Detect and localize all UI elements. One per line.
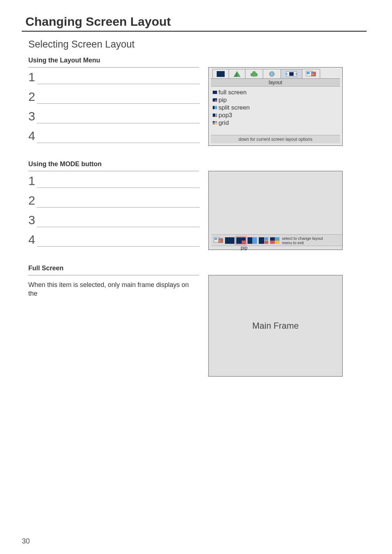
svg-rect-41 xyxy=(265,241,268,244)
step-number: 2 xyxy=(28,193,39,208)
block2-heading: Using the MODE button xyxy=(28,160,367,168)
tab-layout-icon[interactable] xyxy=(281,69,302,78)
menu-label: pop3 xyxy=(219,112,232,119)
svg-rect-13 xyxy=(307,72,310,74)
menu-label: split screen xyxy=(219,104,250,111)
step-number: 2 xyxy=(28,90,39,104)
pop3-icon xyxy=(212,113,217,118)
mode-hint1: select to change layout xyxy=(282,236,323,241)
menu-item-pop3[interactable]: pop3 xyxy=(212,112,339,119)
osd-hint: down for current screen layout options xyxy=(211,135,340,143)
page-number: 30 xyxy=(22,537,30,545)
list-item: 2 xyxy=(28,188,200,208)
step-number: 3 xyxy=(28,109,39,123)
list-item: 2 xyxy=(28,84,200,104)
block2-steps: 1 2 3 4 xyxy=(22,173,200,247)
mode-hint2: menu to exit xyxy=(282,241,323,245)
split-icon xyxy=(212,106,217,110)
block3-heading: Full Screen xyxy=(28,264,367,272)
mode-bar: select to change layout menu to exit pip xyxy=(212,234,342,246)
mode-thumb-pip[interactable] xyxy=(236,237,246,245)
page-title: Changing Screen Layout xyxy=(25,15,367,29)
mode-osd-panel: select to change layout menu to exit pip xyxy=(208,171,343,250)
svg-rect-32 xyxy=(219,239,221,240)
svg-rect-26 xyxy=(215,121,217,123)
list-item: 1 xyxy=(28,173,200,188)
section-title: Selecting Screen Layout xyxy=(28,39,367,50)
svg-rect-30 xyxy=(215,238,217,240)
step-number: 1 xyxy=(28,70,39,84)
osd-menu: full screen pip xyxy=(209,87,342,135)
mode-thumb-fullscreen[interactable] xyxy=(224,237,235,245)
osd-title: layout xyxy=(211,78,340,87)
block1-rule xyxy=(28,67,199,67)
svg-rect-24 xyxy=(216,115,217,117)
svg-rect-37 xyxy=(248,237,252,244)
svg-rect-0 xyxy=(217,71,225,77)
tab-clubs-icon[interactable] xyxy=(245,69,263,78)
list-item: 4 xyxy=(28,227,200,247)
step-number: 3 xyxy=(28,213,39,227)
list-item: 3 xyxy=(28,208,200,227)
svg-rect-28 xyxy=(215,123,217,124)
step-number: 4 xyxy=(28,129,39,143)
mode-thumb-layout-icon[interactable] xyxy=(213,237,224,245)
svg-rect-38 xyxy=(252,237,257,244)
menu-item-grid[interactable]: grid xyxy=(212,119,339,127)
list-item: 4 xyxy=(28,123,200,143)
mode-thumb-split[interactable] xyxy=(247,237,258,245)
svg-rect-15 xyxy=(312,73,314,74)
main-frame-label: Main Frame xyxy=(252,321,299,331)
svg-rect-45 xyxy=(275,241,279,244)
svg-rect-23 xyxy=(216,114,217,115)
svg-rect-34 xyxy=(225,237,234,244)
block3-text: When this item is selected, only main fr… xyxy=(28,280,195,298)
fullscreen-icon xyxy=(212,90,217,95)
svg-point-5 xyxy=(252,71,256,75)
svg-rect-40 xyxy=(265,237,268,241)
mode-thumb-grid[interactable] xyxy=(269,237,280,245)
main-frame-box: Main Frame xyxy=(208,275,343,377)
svg-rect-11 xyxy=(289,72,294,76)
menu-item-pip[interactable]: pip xyxy=(212,97,339,104)
menu-item-fullscreen[interactable]: full screen xyxy=(212,89,339,97)
list-item: 1 xyxy=(28,70,200,84)
block3-rule xyxy=(28,275,199,275)
grid-icon xyxy=(212,121,217,125)
mode-caption: pip xyxy=(241,245,248,251)
tab-globe-icon[interactable] xyxy=(263,69,281,78)
svg-rect-16 xyxy=(312,74,314,75)
title-underline xyxy=(22,31,367,32)
tab-compass-icon[interactable] xyxy=(229,69,245,78)
menu-label: full screen xyxy=(219,89,246,96)
svg-rect-20 xyxy=(213,106,215,109)
svg-rect-44 xyxy=(270,241,275,244)
menu-label: grid xyxy=(219,119,229,127)
step-number: 4 xyxy=(28,233,39,247)
svg-rect-19 xyxy=(215,100,217,101)
svg-rect-33 xyxy=(219,241,221,242)
svg-rect-6 xyxy=(254,75,255,77)
mode-thumb-pop3[interactable] xyxy=(258,237,269,245)
svg-rect-27 xyxy=(213,123,215,124)
svg-rect-17 xyxy=(213,91,217,94)
block1-steps: 1 2 3 4 xyxy=(22,70,200,143)
mode-hints: select to change layout menu to exit xyxy=(282,236,323,245)
svg-rect-43 xyxy=(275,237,279,241)
tab-pip-icon[interactable] xyxy=(302,69,320,78)
tab-color[interactable] xyxy=(212,69,229,78)
list-item: 3 xyxy=(28,104,200,123)
svg-rect-22 xyxy=(213,114,215,117)
svg-rect-39 xyxy=(259,237,264,244)
menu-label: pip xyxy=(219,97,227,104)
svg-rect-21 xyxy=(215,106,217,109)
svg-rect-42 xyxy=(270,237,275,241)
step-number: 1 xyxy=(28,174,39,188)
menu-item-split[interactable]: split screen xyxy=(212,104,339,112)
block1-heading: Using the Layout Menu xyxy=(28,57,367,64)
svg-rect-36 xyxy=(242,241,245,243)
pip-icon xyxy=(212,98,217,102)
osd-tabs xyxy=(209,67,342,78)
svg-rect-25 xyxy=(213,121,215,123)
block2-rule xyxy=(28,171,199,171)
